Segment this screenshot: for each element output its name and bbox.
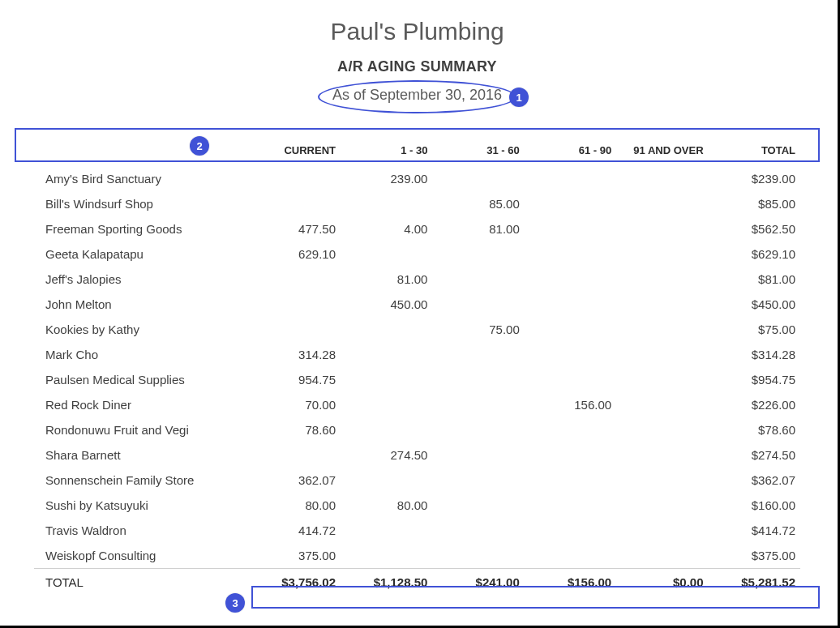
- total-61-90: $156.00: [525, 569, 616, 596]
- cell-31-60: [432, 442, 524, 468]
- cell-91-over: [616, 392, 708, 417]
- cell-91-over: [616, 367, 708, 392]
- cell-current: 70.00: [249, 392, 341, 417]
- table-row: Sushi by Katsuyuki80.0080.00$160.00: [34, 493, 800, 518]
- name: Shara Barnett: [34, 442, 249, 468]
- cell-31-60: [432, 493, 524, 518]
- report-inner: Paul's Plumbing A/R AGING SUMMARY As of …: [16, 11, 818, 609]
- cell-31-60: [432, 518, 524, 543]
- total-31-60: $241.00: [432, 569, 524, 596]
- cell-1-30: [341, 468, 432, 493]
- cell-current: 954.75: [249, 367, 341, 392]
- cell-91-over: [616, 292, 708, 317]
- total-label: TOTAL: [34, 569, 249, 596]
- cell-61-90: [525, 342, 616, 367]
- table-header-row: CURRENT 1 - 30 31 - 60 61 - 90 91 AND OV…: [34, 136, 800, 166]
- cell-total: $75.00: [709, 317, 800, 342]
- cell-current: 314.28: [249, 342, 341, 367]
- table-row: Freeman Sporting Goods477.504.0081.00$56…: [34, 216, 800, 241]
- cell-current: 477.50: [249, 216, 341, 241]
- cell-91-over: [616, 317, 708, 342]
- name: Travis Waldron: [34, 518, 249, 543]
- total-current: $3,756.02: [249, 569, 341, 596]
- cell-61-90: [525, 493, 616, 518]
- cell-total: $226.00: [709, 392, 800, 417]
- cell-1-30: [341, 367, 432, 392]
- cell-1-30: [341, 342, 432, 367]
- cell-31-60: [432, 342, 524, 367]
- cell-current: 80.00: [249, 493, 341, 518]
- cell-91-over: [616, 493, 708, 518]
- table-row: Travis Waldron414.72$414.72: [34, 518, 800, 543]
- name: Geeta Kalapatapu: [34, 241, 249, 267]
- as-of-wrap: As of September 30, 2016: [332, 82, 502, 112]
- as-of-date: As of September 30, 2016: [332, 87, 502, 103]
- cell-current: 414.72: [249, 518, 341, 543]
- cell-61-90: [525, 417, 616, 442]
- company-name: Paul's Plumbing: [16, 18, 818, 45]
- cell-total: $954.75: [709, 367, 800, 392]
- table-row: Weiskopf Consulting375.00$375.00: [34, 543, 800, 569]
- name: Kookies by Kathy: [34, 317, 249, 342]
- cell-61-90: [525, 543, 616, 569]
- cell-1-30: [341, 543, 432, 569]
- cell-61-90: [525, 216, 616, 241]
- col-total: TOTAL: [709, 136, 800, 166]
- cell-31-60: [432, 468, 524, 493]
- cell-61-90: [525, 241, 616, 267]
- col-current: CURRENT: [249, 136, 341, 166]
- cell-91-over: [616, 442, 708, 468]
- cell-current: [249, 292, 341, 317]
- cell-current: [249, 267, 341, 292]
- cell-61-90: [525, 191, 616, 216]
- total-total: $5,281.52: [709, 569, 800, 596]
- cell-1-30: 239.00: [341, 166, 432, 191]
- cell-61-90: [525, 317, 616, 342]
- col-31-60: 31 - 60: [432, 136, 524, 166]
- cell-1-30: [341, 241, 432, 267]
- table-row: Paulsen Medical Supplies954.75$954.75: [34, 367, 800, 392]
- cell-31-60: [432, 367, 524, 392]
- cell-61-90: [525, 166, 616, 191]
- table-row: Shara Barnett274.50$274.50: [34, 442, 800, 468]
- cell-91-over: [616, 166, 708, 191]
- cell-current: 629.10: [249, 241, 341, 267]
- cell-31-60: [432, 417, 524, 442]
- table-row: Bill's Windsurf Shop85.00$85.00: [34, 191, 800, 216]
- cell-1-30: 80.00: [341, 493, 432, 518]
- cell-current: 362.07: [249, 468, 341, 493]
- total-1-30: $1,128.50: [341, 569, 432, 596]
- name: Rondonuwu Fruit and Vegi: [34, 417, 249, 442]
- cell-61-90: [525, 292, 616, 317]
- cell-91-over: [616, 216, 708, 241]
- cell-31-60: [432, 292, 524, 317]
- cell-31-60: 81.00: [432, 216, 524, 241]
- cell-total: $314.28: [709, 342, 800, 367]
- cell-61-90: 156.00: [525, 392, 616, 417]
- cell-31-60: [432, 166, 524, 191]
- cell-91-over: [616, 417, 708, 442]
- cell-1-30: [341, 392, 432, 417]
- cell-31-60: 85.00: [432, 191, 524, 216]
- cell-total: $362.07: [709, 468, 800, 493]
- table-row: Kookies by Kathy75.00$75.00: [34, 317, 800, 342]
- table-row: Geeta Kalapatapu629.10$629.10: [34, 241, 800, 267]
- cell-total: $629.10: [709, 241, 800, 267]
- cell-1-30: 81.00: [341, 267, 432, 292]
- name: Paulsen Medical Supplies: [34, 367, 249, 392]
- table-row: Red Rock Diner70.00156.00$226.00: [34, 392, 800, 417]
- name: Freeman Sporting Goods: [34, 216, 249, 241]
- name: Sushi by Katsuyuki: [34, 493, 249, 518]
- cell-91-over: [616, 518, 708, 543]
- col-1-30: 1 - 30: [341, 136, 432, 166]
- cell-total: $160.00: [709, 493, 800, 518]
- col-61-90: 61 - 90: [525, 136, 616, 166]
- table-row: Rondonuwu Fruit and Vegi78.60$78.60: [34, 417, 800, 442]
- cell-current: [249, 442, 341, 468]
- name: Jeff's Jalopies: [34, 267, 249, 292]
- cell-total: $274.50: [709, 442, 800, 468]
- cell-total: $450.00: [709, 292, 800, 317]
- cell-91-over: [616, 468, 708, 493]
- cell-61-90: [525, 518, 616, 543]
- cell-1-30: [341, 191, 432, 216]
